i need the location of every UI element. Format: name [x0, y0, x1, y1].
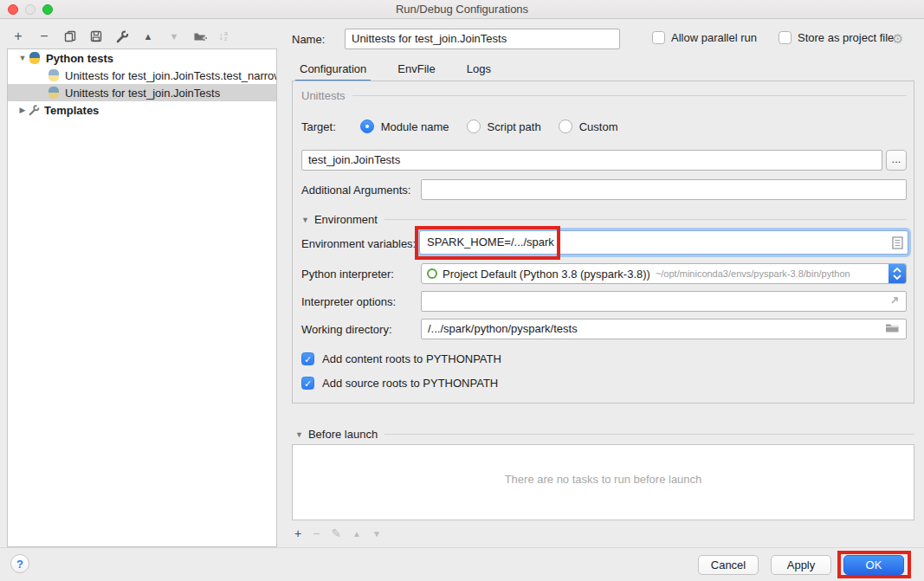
add-source-roots-checkbox[interactable]: ✓ Add source roots to PYTHONPATH [301, 377, 498, 390]
interpreter-value: Project Default (Python 3.8 (pyspark-3.8… [443, 268, 650, 281]
remove-task-icon[interactable]: − [313, 526, 320, 540]
working-directory-input[interactable]: /.../spark/python/pyspark/tests [421, 319, 907, 339]
browse-module-button[interactable]: ... [886, 150, 907, 171]
additional-arguments-input[interactable] [421, 179, 907, 200]
collapse-arrow-icon[interactable]: ▼ [295, 430, 303, 439]
collapse-arrow-icon[interactable]: ▼ [301, 216, 309, 224]
title-bar: Run/Debug Configurations [0, 0, 924, 19]
checkbox-unchecked[interactable] [779, 31, 792, 44]
annotation-ok-button-highlight [837, 551, 911, 578]
cancel-button[interactable]: Cancel [698, 555, 759, 575]
unittests-group-header: Unittests [301, 89, 907, 102]
allow-parallel-run-checkbox[interactable]: Allow parallel run [652, 31, 757, 44]
tree-item-label: Unittests for test_join.JoinTests [65, 87, 220, 100]
help-button[interactable]: ? [10, 554, 29, 573]
tree-item-label: Python tests [46, 52, 113, 65]
environment-group-label: Environment [314, 213, 378, 226]
module-name-input[interactable]: test_join.JoinTests [301, 150, 882, 171]
move-task-up-icon[interactable]: ▲ [352, 529, 361, 539]
interpreter-dropdown-stepper[interactable] [888, 263, 906, 284]
name-input[interactable]: Unittests for test_join.JoinTests [345, 29, 620, 49]
radio-custom-label[interactable]: Custom [579, 120, 618, 133]
checkbox-checked[interactable]: ✓ [301, 377, 314, 390]
copy-configuration-icon[interactable] [62, 29, 78, 44]
radio-script-path-label[interactable]: Script path [488, 120, 541, 133]
unittests-group-label: Unittests [301, 89, 346, 102]
add-content-roots-label: Add content roots to PYTHONPATH [322, 352, 501, 365]
footer-divider [0, 547, 924, 548]
before-launch-toolbar: + − ✎ ▲ ▼ [294, 526, 381, 540]
tab-logs[interactable]: Logs [462, 59, 495, 82]
new-folder-icon[interactable] [192, 29, 208, 44]
checkbox-checked[interactable]: ✓ [301, 352, 314, 365]
configuration-tab-panel: Unittests Target: Module name Script pat… [292, 81, 914, 403]
edit-templates-icon[interactable] [114, 29, 130, 44]
interpreter-env-icon [427, 268, 437, 279]
target-label: Target: [301, 120, 336, 133]
interpreter-options-input[interactable] [421, 291, 907, 312]
tree-item-python-tests[interactable]: ▼ Python tests [8, 49, 276, 67]
apply-button[interactable]: Apply [771, 555, 831, 575]
save-configuration-icon[interactable] [88, 29, 104, 44]
python-interpreter-select[interactable]: Project Default (Python 3.8 (pyspark-3.8… [421, 263, 907, 284]
tree-item-label: Templates [44, 104, 99, 117]
python-interpreter-label: Python interpreter: [301, 268, 394, 281]
annotation-env-variables-highlight [415, 226, 560, 260]
allow-parallel-run-label: Allow parallel run [671, 31, 757, 44]
tree-item-label: Unittests for test_join.JoinTests.test_n… [65, 69, 276, 82]
before-launch-header[interactable]: ▼ Before launch [295, 428, 914, 441]
radio-script-path[interactable] [467, 119, 481, 133]
name-label: Name: [292, 33, 325, 46]
tab-configuration[interactable]: Configuration [295, 59, 371, 82]
radio-module-name-label[interactable]: Module name [381, 120, 449, 133]
chevron-right-icon[interactable]: ▶ [16, 106, 29, 114]
sort-alphabetically-icon[interactable]: ↓ az [218, 30, 228, 42]
expand-field-icon[interactable] [888, 294, 901, 307]
tree-item-unittests-jointests[interactable]: Unittests for test_join.JoinTests [8, 84, 276, 101]
tree-item-templates[interactable]: ▶ Templates [8, 101, 276, 119]
tree-item-unittests-test-narrow[interactable]: Unittests for test_join.JoinTests.test_n… [8, 67, 276, 84]
browse-variables-icon[interactable] [892, 236, 903, 249]
working-directory-label: Working directory: [301, 323, 392, 336]
edit-task-icon[interactable]: ✎ [331, 526, 341, 540]
store-as-project-file-label: Store as project file [798, 31, 894, 44]
environment-group-header[interactable]: ▼ Environment [301, 213, 907, 226]
move-task-down-icon[interactable]: ▼ [372, 529, 381, 539]
tab-envfile[interactable]: EnvFile [393, 59, 439, 82]
interpreter-options-label: Interpreter options: [301, 295, 396, 308]
configurations-tree: ▼ Python tests Unittests for test_join.J… [7, 48, 277, 547]
radio-module-name[interactable] [360, 119, 374, 133]
move-down-icon[interactable]: ▼ [166, 29, 182, 44]
add-content-roots-checkbox[interactable]: ✓ Add content roots to PYTHONPATH [301, 352, 501, 365]
interpreter-path: ~/opt/miniconda3/envs/pyspark-3.8/bin/py… [656, 268, 850, 279]
radio-custom[interactable] [559, 119, 572, 133]
window-title: Run/Debug Configurations [0, 3, 924, 16]
python-test-icon [48, 87, 61, 100]
configurations-toolbar: + − ▲ ▼ ↓ az [10, 27, 228, 46]
folder-browse-icon[interactable] [885, 322, 899, 333]
before-launch-task-list[interactable]: There are no tasks to run before launch [292, 444, 914, 520]
python-test-icon [48, 69, 61, 82]
before-launch-empty-text: There are no tasks to run before launch [293, 473, 914, 486]
remove-configuration-icon[interactable]: − [36, 29, 52, 44]
move-up-icon[interactable]: ▲ [140, 29, 156, 44]
add-task-icon[interactable]: + [294, 526, 301, 540]
target-row: Target: Module name Script path Custom [301, 119, 628, 133]
before-launch-label: Before launch [308, 428, 378, 441]
add-configuration-icon[interactable]: + [10, 29, 26, 44]
config-tabs: Configuration EnvFile Logs [295, 59, 495, 82]
templates-wrench-icon [29, 105, 40, 116]
environment-variables-label: Environment variables: [301, 237, 416, 250]
additional-arguments-label: Additional Arguments: [301, 184, 410, 197]
add-source-roots-label: Add source roots to PYTHONPATH [322, 377, 498, 390]
store-as-project-file-checkbox[interactable]: Store as project file [779, 31, 894, 44]
store-options-gear-icon[interactable]: ⚙ [892, 31, 903, 47]
python-tests-icon [29, 52, 42, 65]
checkbox-unchecked[interactable] [652, 31, 665, 44]
